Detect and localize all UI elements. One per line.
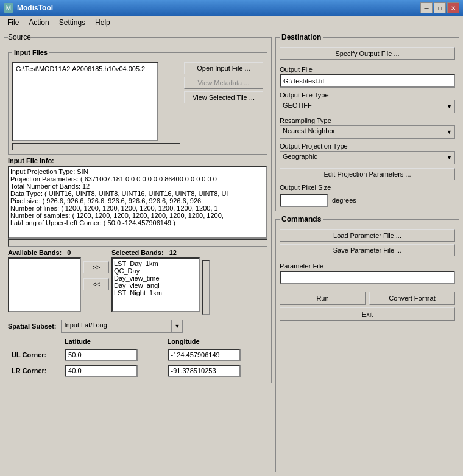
ul-lat-input[interactable] [65,349,138,361]
edit-projection-button[interactable]: Edit Projection Parameters ... [280,168,455,180]
output-projection-arrow[interactable]: ▼ [444,151,455,164]
open-input-file-button[interactable]: Open Input File ... [184,62,263,74]
bands-section: Available Bands: 0 >> << Selected Bands:… [8,249,267,315]
output-file-input[interactable] [280,74,455,88]
source-legend: Source [8,33,31,41]
latitude-col-header: Latitude [62,337,163,346]
available-bands-listbox[interactable] [8,257,81,312]
bands-scrollbar-v[interactable] [202,260,210,315]
commands-section: Commands Load Parameter File ... Save Pa… [275,215,459,472]
info-line: Lat/Long of Upper-Left Corner: ( 50.0 -1… [10,219,265,226]
resampling-type-label: Resampling Type [280,117,455,124]
band-arrows: >> << [83,261,109,290]
output-file-type-label: Output File Type [280,91,455,99]
spatial-subset-value: Input Lat/Long [61,320,172,333]
app-icon: M [4,3,13,13]
list-item: G:\Test\MOD11A2.A2006185.h10v04.005.2 [15,65,156,73]
menu-file[interactable]: File [2,17,24,28]
input-files-legend: Input Files [12,49,49,56]
output-file-type-arrow[interactable]: ▼ [444,100,455,113]
output-projection-dropdown[interactable]: Geographic ▼ [280,151,455,164]
input-files-row: G:\Test\MOD11A2.A2006185.h10v04.005.2 Op… [12,62,263,150]
close-button[interactable]: ✕ [447,2,459,13]
available-bands-col: Available Bands: 0 [8,249,81,312]
info-line: Input Projection Type: SIN [10,168,265,175]
load-param-button[interactable]: Load Parameter File ... [280,229,455,242]
file-buttons: Open Input File ... View Metadata ... Vi… [184,62,263,103]
param-file-label: Parameter File [280,262,455,270]
available-bands-label: Available Bands: [8,249,62,256]
list-item: Day_view_angl [114,282,197,289]
menu-action[interactable]: Action [24,17,54,28]
param-file-input[interactable] [280,271,455,284]
specify-output-button[interactable]: Specify Output File ... [280,47,455,60]
menu-help[interactable]: Help [90,17,115,28]
selected-bands-count: 12 [169,249,177,256]
exit-button[interactable]: Exit [280,307,455,321]
run-convert-row: Run Convert Format [280,292,455,305]
add-bands-button[interactable]: >> [83,261,109,273]
pixel-size-row: degrees [280,194,455,207]
input-file-info-section: Input File Info: Input Projection Type: … [8,157,267,247]
lr-long-input[interactable] [168,365,241,377]
info-scrollbar-h[interactable] [8,239,267,247]
left-panel: Source Input Files G:\Test\MOD11A2.A2006… [4,33,272,472]
view-metadata-button[interactable]: View Metadata ... [184,77,263,89]
maximize-button[interactable]: □ [434,2,446,13]
info-line: Data Type: ( UINT16, UINT8, UINT8, UINT1… [10,190,265,197]
resampling-type-arrow[interactable]: ▼ [444,125,455,139]
info-line: Number of samples: ( 1200, 1200, 1200, 1… [10,212,265,219]
file-listbox[interactable]: G:\Test\MOD11A2.A2006185.h10v04.005.2 [12,62,158,141]
info-box[interactable]: Input Projection Type: SIN Projection Pa… [8,166,267,239]
output-projection-value: Geographic [280,151,444,164]
convert-format-button[interactable]: Convert Format [369,292,455,305]
spatial-subset-dropdown[interactable]: Input Lat/Long ▼ [61,320,183,333]
destination-legend: Destination [280,33,323,41]
info-line: Total Number of Bands: 12 [10,183,265,190]
list-item: LST_Day_1km [114,260,197,267]
source-section: Source Input Files G:\Test\MOD11A2.A2006… [4,33,272,383]
ul-long-input[interactable] [168,349,241,361]
right-panel: Destination Specify Output File ... Outp… [275,33,459,472]
available-bands-count: 0 [67,249,71,256]
list-item: QC_Day [114,267,197,275]
selected-bands-col: Selected Bands: 12 LST_Day_1km QC_Day Da… [111,249,200,312]
menu-settings[interactable]: Settings [54,17,90,28]
run-button[interactable]: Run [280,292,366,305]
spatial-subset-arrow[interactable]: ▼ [172,320,183,333]
pixel-size-input[interactable] [280,194,328,207]
commands-legend: Commands [280,215,323,223]
resampling-type-value: Nearest Neighbor [280,125,444,139]
lr-corner-label: LR Corner: [9,363,61,378]
list-item: LST_Night_1km [114,289,197,296]
window-controls: ─ □ ✕ [420,2,459,13]
longitude-col-header: Longitude [165,337,266,346]
ul-corner-label: UL Corner: [9,348,61,362]
spatial-subset-label: Spatial Subset: [8,323,56,330]
main-content: Source Input Files G:\Test\MOD11A2.A2006… [0,29,463,476]
info-line: Projection Parameters: ( 6371007.181 0 0… [10,175,265,183]
save-param-button[interactable]: Save Parameter File ... [280,244,455,256]
list-item: Day_view_time [114,275,197,282]
title-bar: M ModisTool ─ □ ✕ [0,0,463,16]
lr-lat-input[interactable] [65,365,138,377]
resampling-type-dropdown[interactable]: Nearest Neighbor ▼ [280,125,455,139]
remove-bands-button[interactable]: << [83,278,109,290]
selected-bands-listbox[interactable]: LST_Day_1km QC_Day Day_view_time Day_vie… [111,257,200,312]
output-projection-label: Output Projection Type [280,142,455,150]
minimize-button[interactable]: ─ [420,2,433,13]
menu-bar: File Action Settings Help [0,16,463,29]
input-file-info-label: Input File Info: [8,157,267,164]
output-file-label: Output File [280,66,455,73]
file-scrollbar-h[interactable] [12,143,180,150]
selected-bands-label: Selected Bands: [111,249,164,256]
corner-table: Latitude Longitude UL Corner: LR Corner: [8,335,267,379]
output-file-type-dropdown[interactable]: GEOTIFF ▼ [280,100,455,113]
view-selected-tile-button[interactable]: View Selected Tile ... [184,91,263,103]
spatial-subset-row: Spatial Subset: Input Lat/Long ▼ [8,320,267,333]
output-pixel-size-label: Output Pixel Size [280,184,455,191]
app-title: ModisTool [17,4,53,12]
info-line: Number of lines: ( 1200, 1200, 1200, 120… [10,205,265,212]
output-file-type-value: GEOTIFF [280,100,444,113]
destination-section: Destination Specify Output File ... Outp… [275,33,459,211]
